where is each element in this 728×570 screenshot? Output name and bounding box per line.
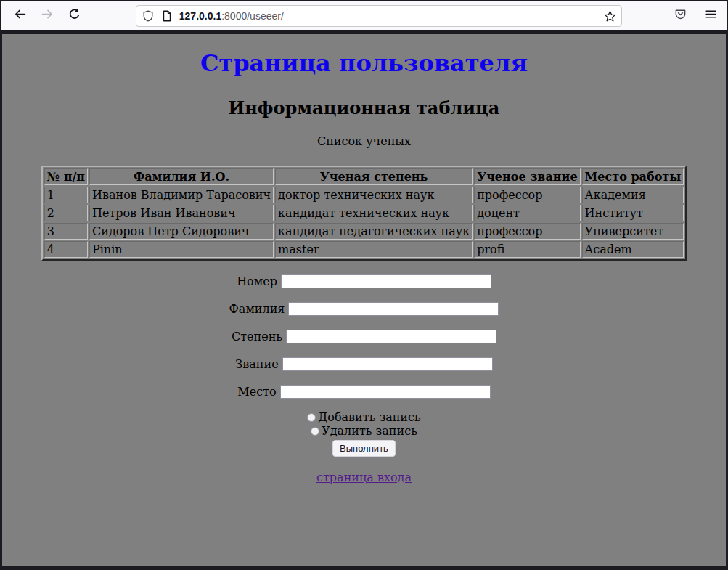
cell-title: профессор (474, 187, 580, 203)
forward-button[interactable] (41, 9, 55, 23)
page-content: Страница пользователя Информационная таб… (2, 34, 726, 566)
scientists-table: № п/п Фамилия И.О. Ученая степень Ученое… (41, 166, 687, 261)
form-row-surname: Фамилия (2, 301, 726, 316)
title-field[interactable] (282, 357, 493, 371)
pocket-icon (674, 8, 687, 23)
form-row-title: Звание (2, 357, 726, 371)
browser-toolbar: 127.0.0.1:8000/useeer/ (1, 1, 727, 30)
cell-title: profi (474, 241, 580, 258)
cell-work: Academ (582, 241, 684, 258)
cell-degree: кандидат технических наук (275, 205, 473, 221)
header-degree: Ученая степень (275, 168, 473, 185)
back-button[interactable] (13, 9, 28, 23)
cell-degree: кандидат педагогических наук (275, 223, 473, 240)
cell-surname: Иванов Владимир Тарасович (89, 187, 274, 203)
reload-icon (68, 8, 81, 23)
header-surname: Фамилия И.О. (89, 168, 274, 185)
execute-button[interactable]: Выполнить (332, 440, 396, 457)
number-label: Номер (237, 274, 277, 288)
cell-number: 4 (44, 241, 88, 258)
radio-row-delete: Удалить запись (2, 424, 726, 438)
cell-number: 2 (44, 205, 88, 221)
form-row-number: Номер (2, 274, 726, 288)
url-text[interactable]: 127.0.0.1:8000/useeer/ (179, 10, 604, 22)
url-host: 127.0.0.1 (179, 10, 221, 22)
header-title: Ученое звание (474, 168, 580, 185)
login-link-row: страница входа (2, 471, 726, 484)
radio-row-add: Добавить запись (2, 410, 726, 424)
form-row-degree: Степень (2, 329, 726, 343)
header-work: Место работы (582, 168, 684, 185)
table-row: 4 Pinin master profi Academ (44, 241, 684, 258)
cell-surname: Сидоров Петр Сидорович (89, 223, 274, 240)
pocket-save-button[interactable] (673, 9, 687, 23)
table-row: 1 Иванов Владимир Тарасович доктор техни… (44, 187, 684, 203)
table-header-row: № п/п Фамилия И.О. Ученая степень Ученое… (44, 168, 684, 185)
number-field[interactable] (281, 274, 491, 288)
cell-work: Университет (582, 223, 684, 240)
menu-button[interactable] (703, 9, 718, 23)
bookmark-star-icon[interactable] (604, 10, 615, 22)
reload-button[interactable] (68, 9, 82, 23)
cell-title: профессор (474, 223, 580, 240)
back-arrow-icon (14, 8, 26, 23)
cell-work: Институт (582, 205, 684, 221)
degree-field[interactable] (286, 330, 496, 343)
table-caption: Список ученых (2, 134, 726, 148)
table-row: 2 Петров Иван Иванович кандидат техничес… (44, 205, 684, 221)
shield-icon[interactable] (142, 10, 154, 22)
cell-surname: Петров Иван Иванович (89, 205, 274, 221)
login-page-link[interactable]: страница входа (316, 471, 412, 484)
form-row-place: Место (2, 384, 726, 399)
cell-title: доцент (474, 205, 580, 221)
place-label: Место (237, 385, 276, 399)
page-title: Страница пользователя (2, 49, 726, 77)
forward-arrow-icon (41, 8, 54, 23)
url-path: :8000/useeer/ (221, 10, 284, 22)
action-radio-group: Добавить запись Удалить запись (2, 410, 726, 438)
page-info-icon[interactable] (161, 10, 173, 22)
cell-surname: Pinin (89, 241, 274, 258)
header-number: № п/п (44, 168, 88, 185)
toolbar-right-icons (622, 9, 727, 23)
record-form: Номер Фамилия Степень Звание Место Добав… (2, 274, 726, 457)
cell-number: 3 (44, 223, 88, 240)
table-row: 3 Сидоров Петр Сидорович кандидат педаго… (44, 223, 684, 240)
add-record-radio[interactable] (307, 413, 316, 422)
degree-label: Степень (232, 330, 282, 343)
delete-record-label: Удалить запись (322, 424, 417, 438)
surname-field[interactable] (288, 302, 499, 316)
cell-work: Академия (582, 187, 684, 203)
cell-degree: master (275, 241, 473, 258)
delete-record-radio[interactable] (311, 427, 319, 436)
cell-number: 1 (44, 187, 88, 203)
page-subtitle: Информационная таблица (2, 97, 726, 118)
surname-label: Фамилия (229, 302, 285, 316)
url-bar[interactable]: 127.0.0.1:8000/useeer/ (136, 5, 622, 27)
hamburger-menu-icon (705, 8, 717, 23)
title-label: Звание (235, 357, 278, 371)
add-record-label: Добавить запись (318, 410, 420, 424)
place-field[interactable] (280, 385, 491, 399)
cell-degree: доктор технических наук (275, 187, 473, 203)
